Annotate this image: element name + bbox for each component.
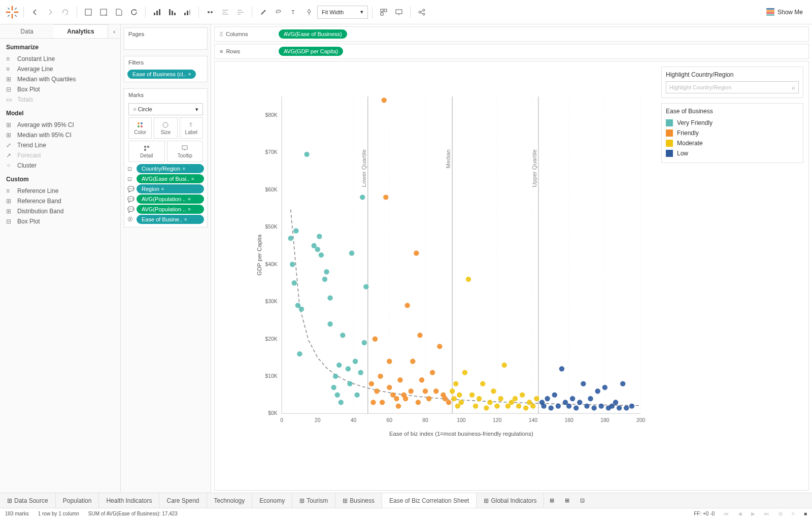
- analytics-avg-ci[interactable]: ⊞Average with 95% CI: [0, 120, 120, 130]
- legend-item[interactable]: Low: [666, 148, 799, 158]
- analytics-reference-band[interactable]: ⊞Reference Band: [0, 196, 120, 206]
- sheet-tab[interactable]: Health Indicators: [99, 493, 159, 508]
- shelf-detail[interactable]: Detail: [128, 141, 165, 162]
- nav-prev-icon[interactable]: ◀: [738, 511, 742, 516]
- shelf-color[interactable]: Color: [128, 117, 152, 139]
- svg-text:120: 120: [493, 417, 502, 423]
- legend-item[interactable]: Friendly: [666, 128, 799, 138]
- forward-icon[interactable]: [43, 5, 57, 19]
- analytics-median-ci[interactable]: ⊞Median with 95% CI: [0, 130, 120, 140]
- mark-pill-row[interactable]: ⊡Country/Region≡: [127, 164, 204, 173]
- tooltip-icon: 💬: [127, 186, 134, 192]
- sheet-tab[interactable]: Economy: [252, 493, 292, 508]
- new-worksheet-icon[interactable]: [81, 5, 95, 19]
- analytics-box-plot-custom[interactable]: ⊟Box Plot: [0, 216, 120, 226]
- legend-item[interactable]: Moderate: [666, 138, 799, 148]
- sheet-tab[interactable]: Technology: [207, 493, 253, 508]
- svg-rect-16: [174, 13, 176, 15]
- sheet-tab[interactable]: ⊞Tourism: [292, 493, 335, 508]
- nav-last-icon[interactable]: ⏭: [764, 511, 769, 516]
- analytics-cluster[interactable]: ⁘Cluster: [0, 160, 120, 171]
- sort-desc-icon[interactable]: [180, 5, 194, 19]
- mark-pill-row[interactable]: 💬Region≡: [127, 184, 204, 193]
- tab-data-source[interactable]: ⊞Data Source: [0, 493, 56, 508]
- analytics-box-plot[interactable]: ⊟Box Plot: [0, 84, 120, 94]
- rows-shelf[interactable]: ≡Rows AVG(GDP per Capita): [214, 44, 809, 59]
- rows-pill[interactable]: AVG(GDP per Capita): [279, 47, 343, 56]
- nav-first-icon[interactable]: ⏮: [724, 511, 729, 516]
- legend-item[interactable]: Very Friendly: [666, 118, 799, 128]
- presentation-icon[interactable]: [392, 5, 406, 19]
- sheet-tab[interactable]: Ease of Biz Correlation Sheet: [382, 493, 477, 508]
- columns-pill[interactable]: AVG(Ease of Business): [279, 29, 347, 39]
- show-labels-icon[interactable]: [233, 5, 248, 19]
- collapse-side-icon[interactable]: ‹: [108, 24, 120, 38]
- rows-icon: ≡: [220, 48, 223, 54]
- highlight-input[interactable]: Highlight Country/Region⌕: [666, 81, 799, 93]
- text-icon[interactable]: T: [287, 5, 301, 19]
- mark-pill-row[interactable]: 💬AVG(Population ..≡: [127, 194, 204, 204]
- attach-icon[interactable]: [272, 5, 286, 19]
- marks-type-select[interactable]: ○ Circle▾: [128, 103, 203, 115]
- svg-point-142: [430, 370, 435, 375]
- svg-point-36: [423, 13, 425, 15]
- tab-data[interactable]: Data: [0, 24, 54, 38]
- totals-icon[interactable]: [218, 5, 232, 19]
- view-list-icon[interactable]: ≡: [792, 511, 795, 516]
- mark-pill[interactable]: AVG(Ease of Busi..≡: [137, 174, 204, 183]
- tab-analytics[interactable]: Analytics: [54, 24, 108, 38]
- sheet-tab[interactable]: ⊞Business: [335, 493, 382, 508]
- back-icon[interactable]: [28, 5, 42, 19]
- sort-asc-icon[interactable]: [165, 5, 179, 19]
- sheet-tab[interactable]: Care Spend: [159, 493, 207, 508]
- undo-redo-icon[interactable]: [58, 5, 73, 19]
- analytics-constant-line[interactable]: ≡Constant Line: [0, 54, 120, 64]
- tableau-logo-icon[interactable]: [5, 5, 19, 19]
- svg-point-128: [394, 396, 399, 401]
- svg-text:100: 100: [457, 417, 466, 423]
- new-story-icon[interactable]: ⊡: [574, 493, 590, 508]
- mark-pill[interactable]: AVG(Population ..≡: [137, 205, 204, 214]
- legend-label: Moderate: [677, 140, 703, 147]
- filter-pill[interactable]: Ease of Business (cl..≡: [127, 70, 196, 79]
- mark-pill[interactable]: Country/Region≡: [137, 164, 204, 173]
- svg-point-118: [370, 400, 376, 405]
- analytics-average-line[interactable]: ≡Average Line: [0, 64, 120, 74]
- refresh-icon[interactable]: [127, 5, 141, 19]
- new-sheet-icon[interactable]: ⊞: [544, 493, 559, 508]
- mark-pill[interactable]: AVG(Population ..≡: [137, 194, 204, 204]
- share-icon[interactable]: [415, 5, 429, 19]
- mark-pill[interactable]: Ease of Busine..≡: [137, 215, 204, 224]
- group-icon[interactable]: [203, 5, 217, 19]
- show-cards-icon[interactable]: [377, 5, 391, 19]
- mark-pill[interactable]: Region≡: [137, 184, 204, 193]
- swap-icon[interactable]: [150, 5, 164, 19]
- svg-text:Lower Quartile: Lower Quartile: [361, 149, 367, 187]
- view-grid-icon[interactable]: ⊞: [779, 511, 783, 516]
- fit-dropdown[interactable]: Fit Width▾: [317, 6, 368, 19]
- save-icon[interactable]: [112, 5, 126, 19]
- mark-pill-row[interactable]: ⦿Ease of Busine..≡: [127, 215, 204, 224]
- analytics-distribution-band[interactable]: ⊞Distribution Band: [0, 206, 120, 216]
- columns-shelf[interactable]: ⦙⦙⦙Columns AVG(Ease of Business): [214, 26, 809, 42]
- mark-pill-row[interactable]: ⊡AVG(Ease of Busi..≡: [127, 174, 204, 183]
- pin-icon[interactable]: [302, 5, 316, 19]
- mark-pill-row[interactable]: 💬AVG(Population ..≡: [127, 205, 204, 214]
- sheet-tab[interactable]: Population: [56, 493, 99, 508]
- shelf-size[interactable]: Size: [154, 117, 177, 139]
- new-dashboard-icon[interactable]: [96, 5, 111, 19]
- view-full-icon[interactable]: ■: [804, 511, 807, 516]
- analytics-reference-line[interactable]: ≡Reference Line: [0, 186, 120, 196]
- show-me-button[interactable]: Show Me: [762, 8, 807, 16]
- chart-area[interactable]: $0K$10K$20K$30K$40K$50K$60K$70K$80K02040…: [215, 61, 656, 490]
- status-sum: SUM of AVG(Ease of Business): 17,423: [88, 511, 178, 516]
- sheet-tab[interactable]: ⊞Global Indicators: [477, 493, 544, 508]
- shelf-tooltip[interactable]: Tooltip: [167, 141, 204, 162]
- analytics-median-quartiles[interactable]: ⊞Median with Quartiles: [0, 74, 120, 84]
- new-dashboard-tab-icon[interactable]: ⊞: [559, 493, 574, 508]
- nav-next-icon[interactable]: ▶: [751, 511, 755, 516]
- shelf-label[interactable]: TLabel: [180, 117, 203, 139]
- svg-point-103: [333, 374, 338, 379]
- analytics-trend-line[interactable]: ⤢Trend Line: [0, 140, 120, 150]
- highlight-icon[interactable]: [256, 5, 270, 19]
